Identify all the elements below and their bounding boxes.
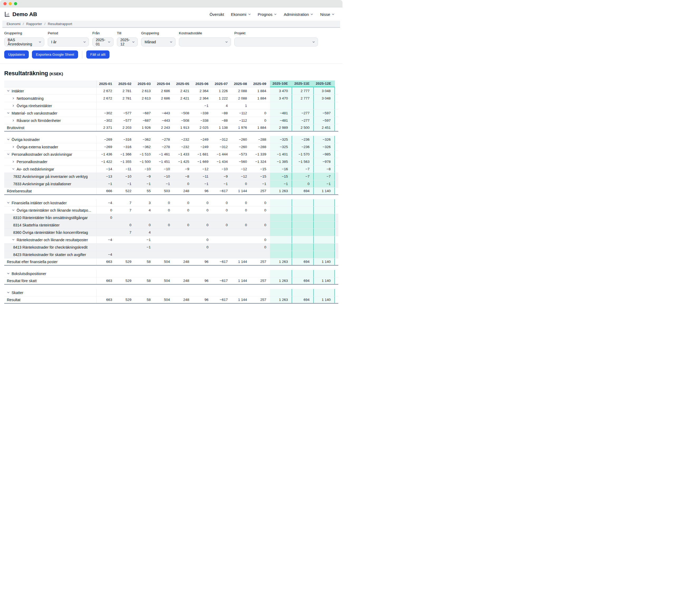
value-cell: −249 bbox=[193, 143, 212, 150]
traffic-light-minimize-icon[interactable] bbox=[9, 2, 12, 5]
value-cell bbox=[193, 289, 212, 296]
expand-all-button[interactable]: Fäll ut allt bbox=[86, 50, 110, 59]
row-label-resultat-fore-skatt: Resultat före skatt bbox=[4, 278, 96, 284]
select-gruppering[interactable]: BAS Årsredovisning bbox=[4, 38, 44, 46]
value-cell: 55 bbox=[135, 188, 154, 194]
value-cell: −9 bbox=[174, 166, 193, 173]
value-cell: −617 bbox=[212, 258, 231, 265]
row-label-text: Material- och varukostnader bbox=[12, 111, 58, 115]
traffic-light-zoom-icon[interactable] bbox=[14, 2, 17, 5]
breadcrumb-item-ekonomi[interactable]: Ekonomi bbox=[6, 22, 21, 26]
export-google-sheet-button[interactable]: Exportera Google Sheet bbox=[32, 50, 78, 59]
value-cell: −1 444 bbox=[212, 151, 231, 158]
value-cell: 522 bbox=[116, 188, 135, 194]
value-cell: −12 bbox=[231, 166, 251, 173]
row-label-finansiella-intakter-och-kostnader[interactable]: Finansiella intäkter och kostnader bbox=[4, 199, 96, 206]
select-projekt[interactable] bbox=[234, 38, 318, 46]
chevron-down-icon bbox=[7, 272, 10, 275]
breadcrumb-separator: / bbox=[44, 22, 45, 26]
value-cell bbox=[154, 244, 174, 251]
value-cell: 0 bbox=[212, 207, 231, 214]
value-cell: 2 243 bbox=[154, 124, 174, 131]
row-label-text: Övriga kostnader bbox=[12, 137, 40, 142]
chevron-down-icon bbox=[132, 41, 135, 44]
traffic-light-close-icon[interactable] bbox=[3, 2, 6, 5]
value-cell: 0 bbox=[231, 199, 251, 206]
table-row-7833-avskrivningar-pa-installationer: 7833 Avskrivningar på installationer−1−1… bbox=[4, 180, 338, 188]
value-cell: 2 421 bbox=[174, 87, 193, 94]
row-label-ravaror-och-fornodenheter[interactable]: Råvaror och förnödenheter bbox=[4, 117, 96, 124]
table-row-resultat-efter-finansiella-poster: Resultat efter finansiella poster6635295… bbox=[4, 258, 338, 266]
row-label-skatter[interactable]: Skatter bbox=[4, 289, 96, 296]
select-period[interactable]: I år bbox=[48, 38, 89, 46]
breadcrumb-item-rapporter[interactable]: Rapporter bbox=[26, 22, 42, 26]
value-cell: 7 bbox=[116, 199, 135, 206]
select-value: Månad bbox=[145, 40, 156, 44]
value-cell bbox=[116, 289, 135, 296]
row-label-ovriga-kostnader[interactable]: Övriga kostnader bbox=[4, 136, 96, 143]
value-cell bbox=[292, 270, 313, 277]
value-cell: 529 bbox=[116, 258, 135, 265]
select-kostnadsstalle[interactable] bbox=[179, 38, 231, 46]
value-cell: 2 777 bbox=[292, 87, 313, 94]
value-cell: 1 884 bbox=[251, 95, 270, 102]
app-header: Demo AB ÖversiktEkonomiPrognosAdministra… bbox=[0, 7, 342, 21]
row-label-bokslutsdispositioner[interactable]: Bokslutsdispositioner bbox=[4, 270, 96, 277]
value-cell: −597 bbox=[313, 110, 335, 117]
row-label-ovriga-ranteintakter-och-liknande-resultat[interactable]: Övriga ränteintäkter och liknande result… bbox=[4, 207, 96, 214]
nav-item-prognos[interactable]: Prognos bbox=[258, 12, 277, 17]
value-cell bbox=[174, 214, 193, 221]
nav-item-oversikt[interactable]: Översikt bbox=[209, 12, 224, 17]
value-cell: 0 bbox=[231, 207, 251, 214]
value-cell bbox=[193, 270, 212, 277]
nav-item-ekonomi[interactable]: Ekonomi bbox=[231, 12, 251, 17]
value-cell bbox=[251, 102, 270, 109]
value-cell: −481 bbox=[270, 110, 292, 117]
value-cell: −1 451 bbox=[154, 158, 174, 165]
value-cell: −1 355 bbox=[116, 158, 135, 165]
filter-gruppering-2: GrupperingMånad bbox=[141, 31, 175, 46]
value-cell: −1 563 bbox=[292, 158, 313, 165]
select-fran[interactable]: 2025-01 bbox=[92, 38, 113, 46]
select-gruppering-2[interactable]: Månad bbox=[141, 38, 175, 46]
filter-label-period: Period bbox=[48, 31, 89, 35]
value-cell bbox=[270, 289, 292, 296]
row-label-ovriga-externa-kostnader[interactable]: Övriga externa kostnader bbox=[4, 143, 96, 150]
select-till[interactable]: 2025-12 bbox=[117, 38, 138, 46]
value-cell: 257 bbox=[251, 278, 270, 284]
value-cell bbox=[193, 251, 212, 258]
value-cell: 694 bbox=[292, 188, 313, 194]
row-label-av-och-nedskrivningar[interactable]: Av- och nedskrivningar bbox=[4, 166, 96, 173]
nav-item-administration[interactable]: Administration bbox=[284, 12, 313, 17]
row-label-material-och-varukostnader[interactable]: Material- och varukostnader bbox=[4, 110, 96, 117]
column-header-2025-02: 2025-02 bbox=[116, 81, 135, 87]
row-label-nettoomsattning[interactable]: Nettoomsättning bbox=[4, 95, 96, 102]
value-cell bbox=[231, 251, 251, 258]
value-cell bbox=[313, 251, 335, 258]
row-label-ovriga-rorelseintakter[interactable]: Övriga rörelseintäkter bbox=[4, 102, 96, 109]
value-cell: −597 bbox=[313, 117, 335, 124]
update-button[interactable]: Uppdatera bbox=[4, 50, 29, 59]
value-cell: −13 bbox=[96, 173, 116, 180]
row-label-personalkostnader-och-avskrivningar[interactable]: Personalkostnader och avskrivningar bbox=[4, 151, 96, 158]
value-cell bbox=[270, 102, 292, 109]
row-label-text: 7833 Avskrivningar på installationer bbox=[13, 182, 71, 186]
value-cell: 1 226 bbox=[212, 87, 231, 94]
nav-item-nisse[interactable]: Nisse bbox=[320, 12, 335, 17]
value-cell: 1 222 bbox=[212, 95, 231, 102]
value-cell: −1 385 bbox=[270, 158, 292, 165]
value-cell: −687 bbox=[135, 110, 154, 117]
value-cell: 0 bbox=[212, 199, 231, 206]
value-cell: −326 bbox=[313, 143, 335, 150]
value-cell: 1 138 bbox=[212, 124, 231, 131]
value-cell: −1 433 bbox=[174, 151, 193, 158]
value-cell: 0 bbox=[154, 207, 174, 214]
value-cell: −1 422 bbox=[96, 158, 116, 165]
row-label-intakter[interactable]: Intäkter bbox=[4, 87, 96, 94]
row-label-personalkostnader[interactable]: Personalkostnader bbox=[4, 158, 96, 165]
value-cell: 0 bbox=[251, 110, 270, 117]
value-cell: −508 bbox=[174, 117, 193, 124]
nav-item-label: Översikt bbox=[209, 12, 224, 17]
value-cell: −1 bbox=[135, 236, 154, 243]
row-label-rantekostnader-och-liknande-resultatposter[interactable]: Räntekostnader och liknande resultatpost… bbox=[4, 236, 96, 243]
